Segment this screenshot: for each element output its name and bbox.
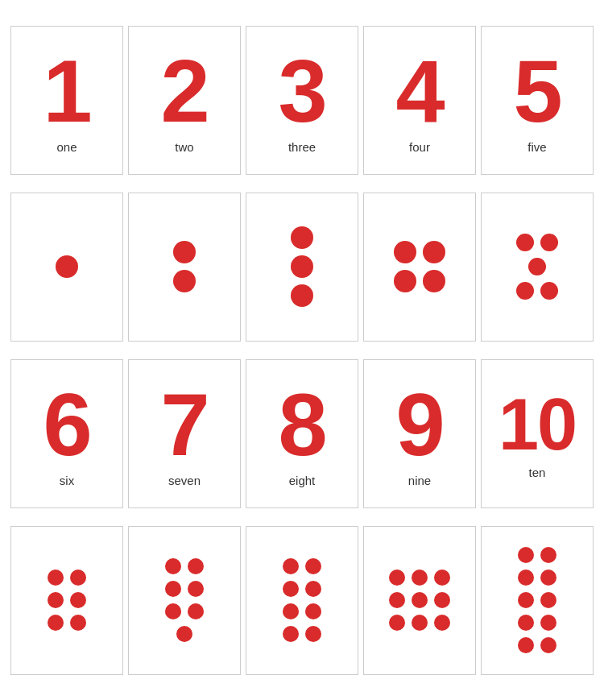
dot-card-9	[363, 526, 476, 675]
dot	[540, 592, 556, 608]
dot	[540, 547, 556, 563]
dot	[48, 592, 64, 608]
dot-card-2	[128, 193, 241, 342]
digit-10: 10	[499, 388, 576, 461]
dot	[528, 258, 546, 275]
dot	[540, 234, 558, 251]
label-4: four	[409, 140, 430, 154]
dot-card-4	[363, 193, 476, 342]
dot	[516, 282, 534, 300]
label-8: eight	[289, 474, 316, 487]
digit-9: 9	[395, 380, 443, 469]
digit-1: 1	[43, 47, 90, 135]
dot	[518, 547, 534, 563]
dot-card-1	[10, 193, 123, 342]
dot	[48, 570, 64, 586]
dot	[283, 626, 299, 642]
dot-card-6	[10, 526, 123, 675]
digit-5: 5	[513, 47, 561, 135]
dot	[283, 581, 299, 597]
dot	[291, 226, 313, 249]
dot	[48, 615, 64, 631]
dot-cards-row1	[4, 186, 600, 348]
dot	[423, 241, 445, 263]
dot	[291, 255, 313, 278]
dot	[173, 241, 196, 263]
dot	[176, 626, 192, 642]
dot	[305, 603, 321, 619]
label-5: five	[527, 140, 546, 154]
dot	[540, 615, 556, 631]
dot	[434, 615, 450, 631]
dot-card-3	[246, 193, 358, 342]
dot	[188, 581, 204, 597]
card-10: 10 ten	[481, 359, 594, 508]
dot	[518, 615, 534, 631]
dot-cards-row2	[4, 520, 600, 681]
dot-card-8	[246, 526, 358, 675]
label-9: nine	[408, 474, 431, 487]
dot	[389, 570, 405, 586]
number-cards-row2: 6 six 7 seven 8 eight 9 nine 10 ten	[4, 353, 600, 515]
dot	[165, 581, 181, 597]
card-9: 9 nine	[363, 359, 476, 508]
card-2: 2 two	[128, 26, 241, 175]
label-6: six	[60, 474, 74, 487]
dot	[70, 570, 86, 586]
dot	[516, 234, 534, 251]
label-10: ten	[529, 466, 546, 479]
card-4: 4 four	[363, 26, 476, 175]
dot	[518, 570, 534, 586]
dot	[394, 270, 416, 292]
dot	[305, 626, 321, 642]
dot-card-10	[481, 526, 594, 675]
dot	[518, 637, 534, 653]
dot	[305, 558, 321, 574]
digit-3: 3	[278, 47, 325, 135]
label-3: three	[288, 140, 316, 154]
card-5: 5 five	[481, 26, 594, 175]
dot	[423, 270, 445, 292]
dot	[540, 282, 558, 300]
dot	[291, 284, 313, 307]
dot	[434, 592, 450, 608]
dot	[389, 615, 405, 631]
dot	[412, 615, 428, 631]
digit-4: 4	[395, 47, 443, 135]
dot	[188, 603, 204, 619]
digit-2: 2	[160, 47, 208, 135]
dot	[540, 637, 556, 653]
dot	[389, 592, 405, 608]
digit-6: 6	[43, 380, 90, 469]
dot	[434, 570, 450, 586]
dot	[70, 592, 86, 608]
dot-card-7	[128, 526, 241, 675]
card-3: 3 three	[246, 26, 358, 175]
digit-8: 8	[278, 380, 325, 469]
dot	[283, 558, 299, 574]
dot	[283, 603, 299, 619]
label-2: two	[175, 140, 193, 154]
dot	[165, 603, 181, 619]
dot-card-5	[481, 193, 594, 342]
dot	[305, 581, 321, 597]
card-8: 8 eight	[246, 359, 358, 508]
dot	[412, 592, 428, 608]
card-7: 7 seven	[128, 359, 241, 508]
dot	[518, 592, 534, 608]
card-6: 6 six	[10, 359, 123, 508]
number-cards-row1: 1 one 2 two 3 three 4 four 5 five	[4, 19, 600, 181]
label-1: one	[56, 140, 77, 154]
label-7: seven	[168, 474, 201, 487]
dot	[70, 615, 86, 631]
dot	[56, 255, 78, 278]
dot	[412, 570, 428, 586]
dot	[188, 558, 204, 574]
digit-7: 7	[160, 380, 208, 469]
card-1: 1 one	[10, 26, 123, 175]
dot	[165, 558, 181, 574]
dot	[173, 270, 196, 292]
dot	[540, 570, 556, 586]
dot	[394, 241, 416, 263]
